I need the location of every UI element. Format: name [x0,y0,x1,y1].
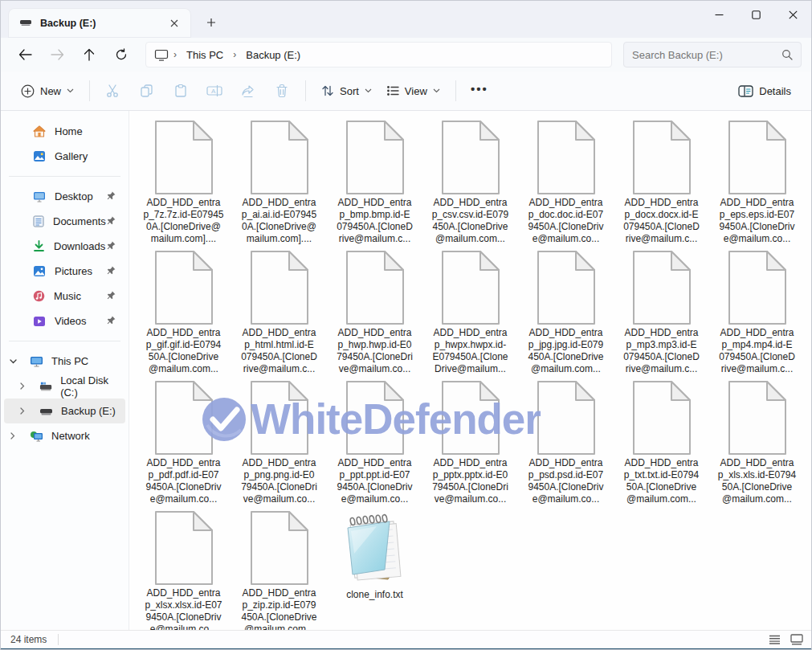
blank-file-icon [631,250,692,325]
sidebar-item-label: Documents [53,215,106,227]
rename-icon[interactable]: A [199,78,230,104]
search-input[interactable] [632,49,781,61]
up-button[interactable] [76,43,102,67]
file-item[interactable]: ADD_HDD_entrap_eps.eps.id-E079450A.[Clon… [709,115,805,245]
more-options-button[interactable]: ••• [464,78,495,104]
file-item[interactable]: ADD_HDD_entrap_docx.docx.id-E079450A.[Cl… [614,115,709,245]
file-item[interactable]: ADD_HDD_entrap_ppt.ppt.id-E079450A.[Clon… [327,375,422,505]
monitor-icon [154,49,169,61]
breadcrumb-chevron-icon: › [231,49,238,60]
details-button[interactable]: Details [731,80,798,102]
blank-file-icon [249,250,310,325]
blank-file-icon [249,120,310,195]
chevron-right-icon[interactable] [14,407,31,415]
file-item[interactable]: ADD_HDD_entrap_xls.xls.id-E079450A.[Clon… [709,375,805,505]
file-label: ADD_HDD_entrap_png.png.id-E079450A.[Clon… [232,457,326,505]
chevron-down-icon[interactable] [4,359,22,364]
view-button[interactable]: View [379,80,447,102]
sidebar-item-downloads[interactable]: Downloads [4,234,125,259]
file-item[interactable]: ADD_HDD_entrap_txt.txt.id-E079450A.[Clon… [614,375,709,505]
videos-icon [33,316,46,327]
chevron-down-icon [67,88,74,93]
delete-icon[interactable] [267,78,297,104]
file-label: ADD_HDD_entrap_xlsx.xlsx.id-E079450A.[Cl… [137,587,231,630]
file-label: ADD_HDD_entrap_xls.xls.id-E079450A.[Clon… [710,457,804,505]
chevron-down-icon [433,88,440,93]
sort-button[interactable]: Sort [314,80,379,102]
file-item[interactable]: ADD_HDD_entrap_psd.psd.id-E079450A.[Clon… [518,375,614,505]
file-item[interactable]: ADD_HDD_entrap_ai.ai.id-E079450A.[CloneD… [231,115,327,245]
share-icon[interactable] [233,78,263,104]
address-bar[interactable]: › This PC › Backup (E:) [145,42,612,67]
file-item[interactable]: ADD_HDD_entrap_zip.zip.id-E079450A.[Clon… [231,505,327,630]
sidebar-item-documents[interactable]: Documents [4,209,125,234]
view-button-label: View [405,85,427,97]
file-label: ADD_HDD_entrap_gif.gif.id-E079450A.[Clon… [137,327,231,375]
file-label: ADD_HDD_entrap_txt.txt.id-E079450A.[Clon… [614,457,708,505]
chevron-right-icon[interactable] [4,432,22,439]
blank-file-icon [727,380,788,456]
file-item[interactable]: ADD_HDD_entrap_png.png.id-E079450A.[Clon… [231,375,327,505]
paste-icon[interactable] [165,78,196,104]
large-icons-view-toggle-icon[interactable] [790,634,803,645]
close-button[interactable] [774,1,811,28]
minimize-button[interactable] [700,1,737,28]
sidebar-item-videos[interactable]: Videos [4,309,125,333]
copy-icon[interactable] [132,78,162,104]
search-box[interactable] [623,42,802,67]
sidebar-item-this-pc[interactable]: This PC [4,349,125,374]
file-item[interactable]: ADD_HDD_entrap_hwp.hwp.id-E079450A.[Clon… [327,245,422,375]
file-item[interactable]: ADD_HDD_entrap_pptx.pptx.id-E079450A.[Cl… [422,375,518,505]
maximize-button[interactable] [737,1,774,28]
local-disk-icon [39,381,52,391]
file-label: ADD_HDD_entrap_ai.ai.id-E079450A.[CloneD… [232,197,326,245]
file-item[interactable]: ADD_HDD_entrap_csv.csv.id-E079450A.[Clon… [422,115,518,245]
back-button[interactable] [12,43,38,67]
details-view-toggle-icon[interactable] [769,635,781,644]
file-item[interactable]: ADD_HDD_entrap_html.html.id-E079450A.[Cl… [231,245,327,375]
file-item[interactable]: clone_info.txt [327,505,422,630]
sidebar-item-local-disk-c[interactable]: Local Disk (C:) [4,374,125,399]
sidebar-item-backup-e[interactable]: Backup (E:) [4,399,125,423]
file-item[interactable]: ADD_HDD_entrap_gif.gif.id-E079450A.[Clon… [136,245,231,375]
file-item[interactable]: ADD_HDD_entrap_7z.7z.id-E079450A.[CloneD… [136,115,231,245]
file-item[interactable]: ADD_HDD_entrap_hwpx.hwpx.id-E079450A.[Cl… [422,245,518,375]
file-item[interactable]: ADD_HDD_entrap_jpg.jpg.id-E079450A.[Clon… [518,245,614,375]
file-item[interactable]: ADD_HDD_entrap_doc.doc.id-E079450A.[Clon… [518,115,614,245]
sidebar-item-home[interactable]: Home [4,119,125,144]
sidebar-item-music[interactable]: Music [4,284,125,309]
sidebar-item-network[interactable]: Network [4,423,125,448]
new-button-label: New [40,85,61,97]
documents-icon [33,215,44,227]
explorer-tab[interactable]: Backup (E:) [8,8,191,38]
new-tab-button[interactable] [198,9,225,36]
sidebar-item-gallery[interactable]: Gallery [4,144,125,169]
downloads-icon [33,240,45,252]
file-item[interactable]: ADD_HDD_entrap_mp3.mp3.id-E079450A.[Clon… [614,245,709,375]
notepad-icon [341,512,409,587]
breadcrumb-backup-e[interactable]: Backup (E:) [241,47,305,63]
tab-close-icon[interactable] [165,14,183,32]
sidebar-item-desktop[interactable]: Desktop [4,184,125,209]
file-item[interactable]: ADD_HDD_entrap_pdf.pdf.id-E079450A.[Clon… [136,375,231,505]
blank-file-icon [631,120,692,195]
blank-file-icon [345,380,406,456]
new-button[interactable]: New [14,80,81,103]
blank-file-icon [249,380,310,456]
breadcrumb-this-pc[interactable]: This PC [182,47,228,63]
sidebar-item-label: Home [55,125,83,137]
pin-icon [107,240,116,252]
file-label: ADD_HDD_entrap_mp3.mp3.id-E079450A.[Clon… [614,327,708,375]
cut-icon[interactable] [98,78,129,104]
file-list-area[interactable]: ADD_HDD_entrap_7z.7z.id-E079450A.[CloneD… [129,111,811,630]
file-item[interactable]: ADD_HDD_entrap_bmp.bmp.id-E079450A.[Clon… [327,115,422,245]
refresh-button[interactable] [108,43,134,67]
pin-icon [107,190,116,202]
chevron-right-icon[interactable] [14,382,31,390]
file-item[interactable]: ADD_HDD_entrap_mp4.mp4.id-E079450A.[Clon… [709,245,805,375]
search-icon[interactable] [781,49,793,60]
forward-button[interactable] [44,43,70,67]
sidebar-item-pictures[interactable]: Pictures [4,259,125,284]
status-divider [58,634,59,645]
file-item[interactable]: ADD_HDD_entrap_xlsx.xlsx.id-E079450A.[Cl… [136,505,231,630]
